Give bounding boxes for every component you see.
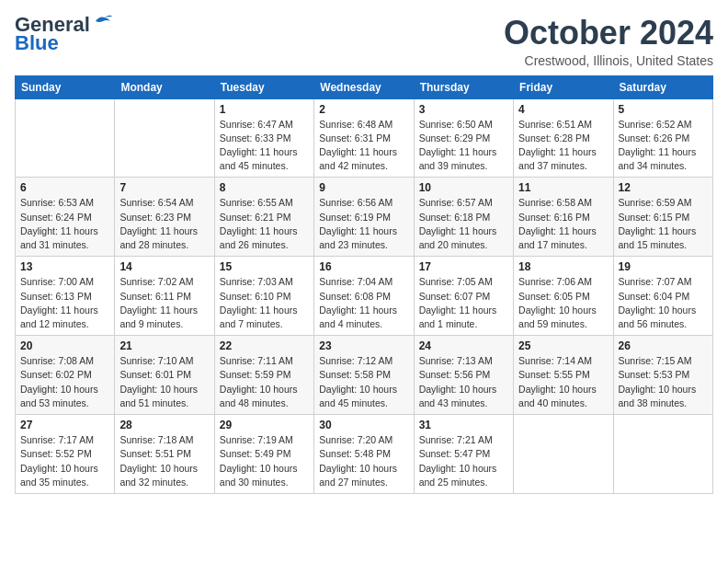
calendar-day-30: 30Sunrise: 7:20 AMSunset: 5:48 PMDayligh… xyxy=(314,415,414,494)
calendar-day-14: 14Sunrise: 7:02 AMSunset: 6:11 PMDayligh… xyxy=(115,257,214,336)
calendar-day-12: 12Sunrise: 6:59 AMSunset: 6:15 PMDayligh… xyxy=(613,178,712,257)
calendar-day-20: 20Sunrise: 7:08 AMSunset: 6:02 PMDayligh… xyxy=(16,336,115,415)
day-number: 29 xyxy=(220,419,309,431)
month-title: October 2024 xyxy=(504,15,713,52)
calendar-header-row: SundayMondayTuesdayWednesdayThursdayFrid… xyxy=(16,75,713,98)
day-of-week-wednesday: Wednesday xyxy=(314,75,414,98)
calendar-day-26: 26Sunrise: 7:15 AMSunset: 5:53 PMDayligh… xyxy=(613,336,712,415)
calendar-day-16: 16Sunrise: 7:04 AMSunset: 6:08 PMDayligh… xyxy=(314,257,414,336)
calendar-day-13: 13Sunrise: 7:00 AMSunset: 6:13 PMDayligh… xyxy=(16,257,115,336)
day-of-week-saturday: Saturday xyxy=(613,75,712,98)
day-info: Sunrise: 6:58 AMSunset: 6:16 PMDaylight:… xyxy=(518,196,608,252)
day-info: Sunrise: 6:52 AMSunset: 6:26 PMDaylight:… xyxy=(619,118,708,174)
day-info: Sunrise: 7:11 AMSunset: 5:59 PMDaylight:… xyxy=(220,354,309,410)
calendar-day-1: 1Sunrise: 6:47 AMSunset: 6:33 PMDaylight… xyxy=(214,98,313,178)
calendar-week-row: 1Sunrise: 6:47 AMSunset: 6:33 PMDaylight… xyxy=(16,98,713,178)
day-number: 22 xyxy=(220,339,309,352)
calendar-day-7: 7Sunrise: 6:54 AMSunset: 6:23 PMDaylight… xyxy=(115,178,214,257)
day-number: 31 xyxy=(419,419,508,431)
calendar-day-5: 5Sunrise: 6:52 AMSunset: 6:26 PMDaylight… xyxy=(613,98,712,178)
calendar-day-24: 24Sunrise: 7:13 AMSunset: 5:56 PMDayligh… xyxy=(414,336,513,415)
calendar-day-22: 22Sunrise: 7:11 AMSunset: 5:59 PMDayligh… xyxy=(214,336,313,415)
day-info: Sunrise: 6:50 AMSunset: 6:29 PMDaylight:… xyxy=(419,118,508,174)
day-number: 28 xyxy=(119,419,209,431)
day-info: Sunrise: 7:08 AMSunset: 6:02 PMDaylight:… xyxy=(20,354,109,410)
logo-bird-icon xyxy=(92,14,112,29)
day-number: 1 xyxy=(220,103,309,116)
calendar-day-15: 15Sunrise: 7:03 AMSunset: 6:10 PMDayligh… xyxy=(214,257,313,336)
day-info: Sunrise: 7:10 AMSunset: 6:01 PMDaylight:… xyxy=(119,354,209,410)
calendar-day-23: 23Sunrise: 7:12 AMSunset: 5:58 PMDayligh… xyxy=(314,336,414,415)
day-number: 13 xyxy=(20,260,109,273)
calendar-day-2: 2Sunrise: 6:48 AMSunset: 6:31 PMDaylight… xyxy=(314,98,414,178)
day-info: Sunrise: 7:03 AMSunset: 6:10 PMDaylight:… xyxy=(220,275,309,331)
day-info: Sunrise: 7:04 AMSunset: 6:08 PMDaylight:… xyxy=(319,275,408,331)
day-number: 3 xyxy=(419,103,508,116)
day-number: 9 xyxy=(319,181,408,194)
day-info: Sunrise: 7:15 AMSunset: 5:53 PMDaylight:… xyxy=(619,354,708,410)
day-number: 5 xyxy=(619,103,708,116)
day-number: 27 xyxy=(20,419,109,431)
day-info: Sunrise: 7:12 AMSunset: 5:58 PMDaylight:… xyxy=(319,354,408,410)
calendar-week-row: 27Sunrise: 7:17 AMSunset: 5:52 PMDayligh… xyxy=(16,415,713,494)
day-of-week-tuesday: Tuesday xyxy=(214,75,313,98)
day-of-week-monday: Monday xyxy=(115,75,214,98)
day-of-week-friday: Friday xyxy=(514,75,613,98)
day-info: Sunrise: 7:06 AMSunset: 6:05 PMDaylight:… xyxy=(518,275,608,331)
day-number: 12 xyxy=(619,181,708,194)
empty-cell xyxy=(16,98,115,178)
day-number: 11 xyxy=(518,181,608,194)
day-info: Sunrise: 7:18 AMSunset: 5:51 PMDaylight:… xyxy=(119,433,209,489)
day-info: Sunrise: 6:54 AMSunset: 6:23 PMDaylight:… xyxy=(119,196,209,252)
title-block: October 2024 Crestwood, Illinois, United… xyxy=(504,15,713,68)
day-info: Sunrise: 7:07 AMSunset: 6:04 PMDaylight:… xyxy=(619,275,708,331)
day-info: Sunrise: 7:20 AMSunset: 5:48 PMDaylight:… xyxy=(319,433,408,489)
day-number: 8 xyxy=(220,181,309,194)
day-info: Sunrise: 6:55 AMSunset: 6:21 PMDaylight:… xyxy=(220,196,309,252)
calendar-day-28: 28Sunrise: 7:18 AMSunset: 5:51 PMDayligh… xyxy=(115,415,214,494)
day-number: 30 xyxy=(319,419,408,431)
day-info: Sunrise: 7:00 AMSunset: 6:13 PMDaylight:… xyxy=(20,275,109,331)
day-info: Sunrise: 7:05 AMSunset: 6:07 PMDaylight:… xyxy=(419,275,508,331)
day-number: 18 xyxy=(518,260,608,273)
day-number: 6 xyxy=(20,181,109,194)
empty-cell xyxy=(514,415,613,494)
day-info: Sunrise: 6:59 AMSunset: 6:15 PMDaylight:… xyxy=(619,196,708,252)
day-info: Sunrise: 7:17 AMSunset: 5:52 PMDaylight:… xyxy=(20,433,109,489)
day-number: 10 xyxy=(419,181,508,194)
day-info: Sunrise: 6:47 AMSunset: 6:33 PMDaylight:… xyxy=(220,118,309,174)
calendar-day-19: 19Sunrise: 7:07 AMSunset: 6:04 PMDayligh… xyxy=(613,257,712,336)
day-of-week-sunday: Sunday xyxy=(16,75,115,98)
calendar-day-17: 17Sunrise: 7:05 AMSunset: 6:07 PMDayligh… xyxy=(414,257,513,336)
day-number: 24 xyxy=(419,339,508,352)
calendar-day-11: 11Sunrise: 6:58 AMSunset: 6:16 PMDayligh… xyxy=(514,178,613,257)
day-number: 23 xyxy=(319,339,408,352)
empty-cell xyxy=(613,415,712,494)
location: Crestwood, Illinois, United States xyxy=(504,53,713,68)
calendar-day-21: 21Sunrise: 7:10 AMSunset: 6:01 PMDayligh… xyxy=(115,336,214,415)
calendar-day-27: 27Sunrise: 7:17 AMSunset: 5:52 PMDayligh… xyxy=(16,415,115,494)
day-number: 16 xyxy=(319,260,408,273)
day-number: 17 xyxy=(419,260,508,273)
logo-blue-text: Blue xyxy=(15,31,59,54)
day-info: Sunrise: 7:21 AMSunset: 5:47 PMDaylight:… xyxy=(419,433,508,489)
day-info: Sunrise: 6:57 AMSunset: 6:18 PMDaylight:… xyxy=(419,196,508,252)
day-info: Sunrise: 7:14 AMSunset: 5:55 PMDaylight:… xyxy=(518,354,608,410)
calendar-day-9: 9Sunrise: 6:56 AMSunset: 6:19 PMDaylight… xyxy=(314,178,414,257)
calendar-week-row: 20Sunrise: 7:08 AMSunset: 6:02 PMDayligh… xyxy=(16,336,713,415)
day-info: Sunrise: 6:51 AMSunset: 6:28 PMDaylight:… xyxy=(518,118,608,174)
day-info: Sunrise: 6:53 AMSunset: 6:24 PMDaylight:… xyxy=(20,196,109,252)
logo: General Blue xyxy=(15,15,112,53)
day-info: Sunrise: 7:13 AMSunset: 5:56 PMDaylight:… xyxy=(419,354,508,410)
calendar-day-25: 25Sunrise: 7:14 AMSunset: 5:55 PMDayligh… xyxy=(514,336,613,415)
calendar-table: SundayMondayTuesdayWednesdayThursdayFrid… xyxy=(15,75,713,494)
day-number: 25 xyxy=(518,339,608,352)
day-info: Sunrise: 7:19 AMSunset: 5:49 PMDaylight:… xyxy=(220,433,309,489)
day-info: Sunrise: 6:56 AMSunset: 6:19 PMDaylight:… xyxy=(319,196,408,252)
calendar-day-8: 8Sunrise: 6:55 AMSunset: 6:21 PMDaylight… xyxy=(214,178,313,257)
day-number: 20 xyxy=(20,339,109,352)
day-number: 2 xyxy=(319,103,408,116)
day-info: Sunrise: 6:48 AMSunset: 6:31 PMDaylight:… xyxy=(319,118,408,174)
calendar-week-row: 6Sunrise: 6:53 AMSunset: 6:24 PMDaylight… xyxy=(16,178,713,257)
day-number: 26 xyxy=(619,339,708,352)
